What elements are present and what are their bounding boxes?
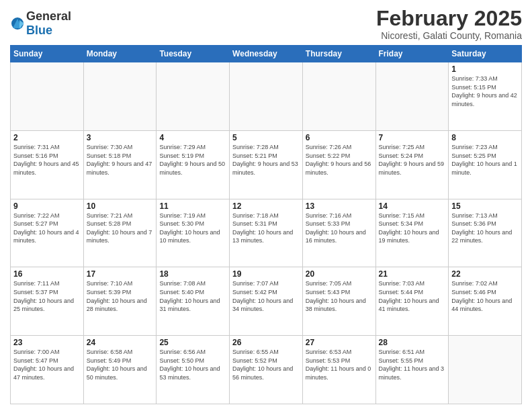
day-cell: 15Sunrise: 7:13 AM Sunset: 5:36 PM Dayli… (449, 199, 522, 267)
day-cell: 19Sunrise: 7:07 AM Sunset: 5:42 PM Dayli… (230, 267, 303, 336)
day-number: 8 (451, 133, 519, 142)
day-info: Sunrise: 7:29 AM Sunset: 5:19 PM Dayligh… (159, 143, 226, 177)
day-number: 11 (159, 201, 226, 211)
day-number: 16 (13, 269, 81, 279)
day-info: Sunrise: 7:07 AM Sunset: 5:42 PM Dayligh… (232, 279, 300, 313)
day-cell: 8Sunrise: 7:23 AM Sunset: 5:25 PM Daylig… (449, 130, 522, 199)
day-info: Sunrise: 7:08 AM Sunset: 5:40 PM Dayligh… (159, 279, 226, 313)
day-cell: 6Sunrise: 7:26 AM Sunset: 5:22 PM Daylig… (302, 130, 375, 199)
day-number: 19 (232, 269, 300, 279)
day-info: Sunrise: 6:58 AM Sunset: 5:49 PM Dayligh… (87, 348, 154, 381)
day-cell: 14Sunrise: 7:15 AM Sunset: 5:34 PM Dayli… (375, 199, 449, 267)
day-info: Sunrise: 7:16 AM Sunset: 5:33 PM Dayligh… (306, 212, 373, 245)
day-info: Sunrise: 7:25 AM Sunset: 5:24 PM Dayligh… (379, 143, 446, 177)
day-cell: 2Sunrise: 7:31 AM Sunset: 5:16 PM Daylig… (11, 130, 84, 199)
week-row-2: 2Sunrise: 7:31 AM Sunset: 5:16 PM Daylig… (11, 130, 522, 199)
day-info: Sunrise: 7:30 AM Sunset: 5:18 PM Dayligh… (87, 143, 154, 177)
day-cell: 24Sunrise: 6:58 AM Sunset: 5:49 PM Dayli… (83, 336, 157, 404)
day-cell: 25Sunrise: 6:56 AM Sunset: 5:50 PM Dayli… (157, 336, 230, 404)
day-number: 22 (451, 269, 519, 279)
day-cell: 7Sunrise: 7:25 AM Sunset: 5:24 PM Daylig… (375, 130, 449, 199)
day-cell: 5Sunrise: 7:28 AM Sunset: 5:21 PM Daylig… (230, 130, 303, 199)
day-cell (83, 62, 157, 131)
day-cell: 9Sunrise: 7:22 AM Sunset: 5:27 PM Daylig… (11, 199, 84, 267)
title-block: February 2025 Nicoresti, Galati County, … (376, 7, 522, 41)
day-cell: 18Sunrise: 7:08 AM Sunset: 5:40 PM Dayli… (157, 267, 230, 336)
day-info: Sunrise: 7:19 AM Sunset: 5:30 PM Dayligh… (159, 212, 226, 245)
day-number: 12 (232, 201, 300, 211)
day-info: Sunrise: 7:00 AM Sunset: 5:47 PM Dayligh… (13, 348, 81, 381)
calendar-header-row: Sunday Monday Tuesday Wednesday Thursday… (11, 46, 522, 62)
day-info: Sunrise: 7:13 AM Sunset: 5:36 PM Dayligh… (451, 212, 519, 245)
calendar-table: Sunday Monday Tuesday Wednesday Thursday… (10, 45, 522, 404)
day-cell: 1Sunrise: 7:33 AM Sunset: 5:15 PM Daylig… (449, 62, 522, 131)
day-number: 20 (306, 269, 373, 279)
logo: General Blue (10, 9, 71, 38)
day-cell (375, 62, 449, 131)
day-number: 1 (451, 64, 519, 74)
week-row-4: 16Sunrise: 7:11 AM Sunset: 5:37 PM Dayli… (11, 267, 522, 336)
day-cell: 22Sunrise: 7:02 AM Sunset: 5:46 PM Dayli… (449, 267, 522, 336)
day-cell: 11Sunrise: 7:19 AM Sunset: 5:30 PM Dayli… (157, 199, 230, 267)
day-info: Sunrise: 7:05 AM Sunset: 5:43 PM Dayligh… (306, 279, 373, 313)
day-number: 14 (379, 201, 446, 211)
day-cell: 12Sunrise: 7:18 AM Sunset: 5:31 PM Dayli… (230, 199, 303, 267)
day-cell: 28Sunrise: 6:51 AM Sunset: 5:55 PM Dayli… (375, 336, 449, 404)
day-number: 24 (87, 338, 154, 347)
col-wednesday: Wednesday (230, 46, 303, 62)
day-info: Sunrise: 6:55 AM Sunset: 5:52 PM Dayligh… (232, 348, 300, 381)
day-info: Sunrise: 7:18 AM Sunset: 5:31 PM Dayligh… (232, 212, 300, 245)
col-sunday: Sunday (11, 46, 84, 62)
day-info: Sunrise: 7:33 AM Sunset: 5:15 PM Dayligh… (451, 75, 519, 108)
day-info: Sunrise: 6:53 AM Sunset: 5:53 PM Dayligh… (306, 348, 373, 381)
day-info: Sunrise: 7:26 AM Sunset: 5:22 PM Dayligh… (306, 143, 373, 177)
day-number: 7 (379, 133, 446, 142)
day-cell (230, 62, 303, 131)
day-info: Sunrise: 7:23 AM Sunset: 5:25 PM Dayligh… (451, 143, 519, 177)
day-cell: 20Sunrise: 7:05 AM Sunset: 5:43 PM Dayli… (302, 267, 375, 336)
day-number: 18 (159, 269, 226, 279)
day-number: 15 (451, 201, 519, 211)
day-number: 21 (379, 269, 446, 279)
day-cell: 17Sunrise: 7:10 AM Sunset: 5:39 PM Dayli… (83, 267, 157, 336)
day-number: 9 (13, 201, 81, 211)
day-number: 23 (13, 338, 81, 347)
day-cell (449, 336, 522, 404)
logo-text: General Blue (26, 9, 71, 38)
day-cell (302, 62, 375, 131)
day-number: 6 (306, 133, 373, 142)
page-container: General Blue February 2025 Nicoresti, Ga… (0, 0, 532, 411)
week-row-5: 23Sunrise: 7:00 AM Sunset: 5:47 PM Dayli… (11, 336, 522, 404)
day-number: 10 (87, 201, 154, 211)
day-info: Sunrise: 7:02 AM Sunset: 5:46 PM Dayligh… (451, 279, 519, 313)
col-saturday: Saturday (449, 46, 522, 62)
day-cell: 27Sunrise: 6:53 AM Sunset: 5:53 PM Dayli… (302, 336, 375, 404)
day-cell: 16Sunrise: 7:11 AM Sunset: 5:37 PM Dayli… (11, 267, 84, 336)
day-number: 27 (306, 338, 373, 347)
day-number: 2 (13, 133, 81, 142)
day-info: Sunrise: 7:10 AM Sunset: 5:39 PM Dayligh… (87, 279, 154, 313)
day-cell: 23Sunrise: 7:00 AM Sunset: 5:47 PM Dayli… (11, 336, 84, 404)
day-cell: 26Sunrise: 6:55 AM Sunset: 5:52 PM Dayli… (230, 336, 303, 404)
day-info: Sunrise: 7:21 AM Sunset: 5:28 PM Dayligh… (87, 212, 154, 245)
day-cell: 21Sunrise: 7:03 AM Sunset: 5:44 PM Dayli… (375, 267, 449, 336)
day-cell (11, 62, 84, 131)
day-number: 26 (232, 338, 300, 347)
day-number: 3 (87, 133, 154, 142)
day-number: 13 (306, 201, 373, 211)
day-info: Sunrise: 7:11 AM Sunset: 5:37 PM Dayligh… (13, 279, 81, 313)
day-info: Sunrise: 7:31 AM Sunset: 5:16 PM Dayligh… (13, 143, 81, 177)
day-info: Sunrise: 7:03 AM Sunset: 5:44 PM Dayligh… (379, 279, 446, 313)
day-info: Sunrise: 7:22 AM Sunset: 5:27 PM Dayligh… (13, 212, 81, 245)
day-cell: 13Sunrise: 7:16 AM Sunset: 5:33 PM Dayli… (302, 199, 375, 267)
day-info: Sunrise: 6:56 AM Sunset: 5:50 PM Dayligh… (159, 348, 226, 381)
day-number: 5 (232, 133, 300, 142)
day-cell: 10Sunrise: 7:21 AM Sunset: 5:28 PM Dayli… (83, 199, 157, 267)
header: General Blue February 2025 Nicoresti, Ga… (10, 7, 522, 41)
day-cell: 4Sunrise: 7:29 AM Sunset: 5:19 PM Daylig… (157, 130, 230, 199)
col-monday: Monday (83, 46, 157, 62)
day-number: 4 (159, 133, 226, 142)
day-cell (157, 62, 230, 131)
day-info: Sunrise: 6:51 AM Sunset: 5:55 PM Dayligh… (379, 348, 446, 381)
day-info: Sunrise: 7:28 AM Sunset: 5:21 PM Dayligh… (232, 143, 300, 177)
